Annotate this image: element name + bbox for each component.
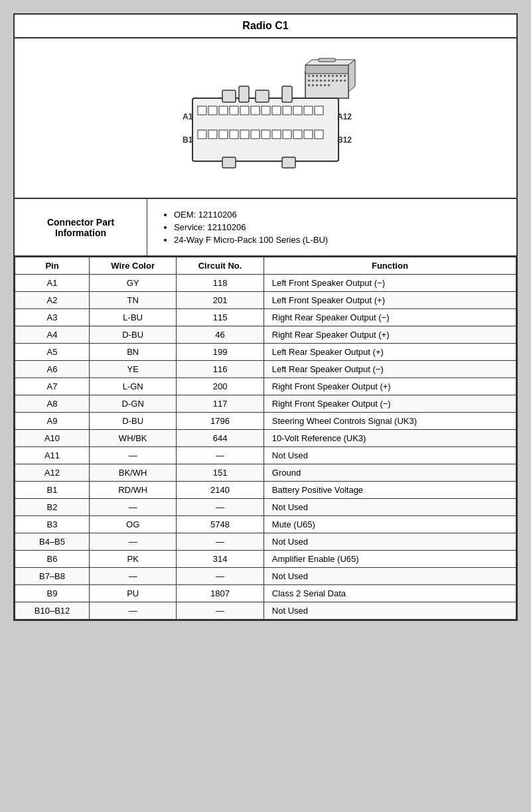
svg-rect-12 (340, 75, 342, 77)
connector-diagram: A1 A12 B1 B12 (159, 52, 372, 184)
cell-function: Right Front Speaker Output (+) (264, 378, 516, 395)
svg-text:A1: A1 (183, 112, 193, 121)
svg-rect-43 (208, 106, 217, 115)
cell-function: 10-Volt Reference (UK3) (264, 430, 516, 447)
svg-rect-1 (305, 65, 348, 74)
table-row: B3OG5748Mute (U65) (15, 516, 516, 533)
table-row: B2——Not Used (15, 499, 516, 516)
svg-rect-42 (198, 106, 206, 115)
svg-rect-19 (328, 80, 330, 82)
cell-circuit-no: 2140 (177, 482, 264, 499)
cell-pin: B9 (15, 585, 90, 602)
svg-rect-53 (315, 106, 323, 115)
cell-pin: A8 (15, 395, 90, 413)
title-text: Radio C1 (242, 20, 288, 31)
svg-rect-58 (240, 130, 249, 139)
cell-wire-color: — (90, 568, 177, 585)
table-row: B7–B8——Not Used (15, 568, 516, 585)
cell-circuit-no: 116 (177, 361, 264, 378)
cell-pin: B6 (15, 551, 90, 568)
svg-rect-0 (305, 72, 348, 98)
cell-circuit-no: — (177, 568, 264, 585)
svg-rect-16 (316, 80, 318, 82)
cell-function: Ground (264, 464, 516, 482)
cell-function: Steering Wheel Controls Signal (UK3) (264, 413, 516, 430)
cell-pin: B4–B5 (15, 533, 90, 551)
cell-pin: A10 (15, 430, 90, 447)
svg-rect-7 (320, 75, 322, 77)
svg-rect-27 (320, 84, 322, 86)
cell-function: Mute (U65) (264, 516, 516, 533)
svg-rect-25 (312, 84, 314, 86)
cell-function: Not Used (264, 499, 516, 516)
cell-pin: A5 (15, 344, 90, 361)
cell-function: Not Used (264, 568, 516, 585)
col-header-function: Function (264, 257, 516, 275)
table-row: A1GY118Left Front Speaker Output (−) (15, 275, 516, 292)
oem-detail-2: Service: 12110206 (174, 222, 503, 232)
cell-circuit-no: — (177, 499, 264, 516)
cell-pin: A2 (15, 292, 90, 309)
table-row: B1RD/WH2140Battery Positive Voltage (15, 482, 516, 499)
table-row: A10WH/BK64410-Volt Reference (UK3) (15, 430, 516, 447)
table-row: A6YE116Left Rear Speaker Output (−) (15, 361, 516, 378)
cell-wire-color: TN (90, 292, 177, 309)
cell-wire-color: — (90, 447, 177, 464)
svg-rect-18 (324, 80, 326, 82)
svg-text:A12: A12 (337, 112, 352, 121)
svg-rect-6 (316, 75, 318, 77)
cell-function: Not Used (264, 533, 516, 551)
col-header-pin: Pin (15, 257, 90, 275)
connector-info-section: Connector Part Information OEM: 12110206… (15, 199, 516, 257)
svg-rect-5 (312, 75, 314, 77)
cell-circuit-no: 201 (177, 292, 264, 309)
svg-rect-61 (272, 130, 281, 139)
svg-rect-14 (308, 80, 310, 82)
table-row: A12BK/WH151Ground (15, 464, 516, 482)
oem-detail-3: 24-Way F Micro-Pack 100 Series (L-BU) (174, 235, 503, 245)
svg-rect-49 (272, 106, 281, 115)
cell-circuit-no: 644 (177, 430, 264, 447)
cell-function: Right Front Speaker Output (−) (264, 395, 516, 413)
svg-rect-44 (219, 106, 228, 115)
svg-rect-23 (344, 80, 346, 82)
connector-details: OEM: 12110206 Service: 12110206 24-Way F… (147, 199, 516, 255)
cell-circuit-no: 314 (177, 551, 264, 568)
table-row: A7L-GN200Right Front Speaker Output (+) (15, 378, 516, 395)
svg-rect-51 (293, 106, 302, 115)
cell-wire-color: D-BU (90, 326, 177, 344)
cell-wire-color: YE (90, 361, 177, 378)
cell-pin: B2 (15, 499, 90, 516)
diagram-section: A1 A12 B1 B12 (15, 38, 516, 199)
cell-pin: B1 (15, 482, 90, 499)
svg-rect-32 (222, 90, 236, 102)
cell-circuit-no: 199 (177, 344, 264, 361)
cell-pin: A1 (15, 275, 90, 292)
svg-rect-29 (328, 84, 330, 86)
svg-text:B12: B12 (337, 135, 352, 145)
svg-rect-22 (340, 80, 342, 82)
svg-rect-13 (344, 75, 346, 77)
cell-wire-color: L-BU (90, 309, 177, 326)
col-header-circuit-no: Circuit No. (177, 257, 264, 275)
cell-circuit-no: 1807 (177, 585, 264, 602)
table-row: A2TN201Left Front Speaker Output (+) (15, 292, 516, 309)
cell-wire-color: L-GN (90, 378, 177, 395)
cell-wire-color: PK (90, 551, 177, 568)
cell-pin: A4 (15, 326, 90, 344)
cell-pin: A12 (15, 464, 90, 482)
cell-function: Left Front Speaker Output (−) (264, 275, 516, 292)
cell-function: Not Used (264, 447, 516, 464)
cell-wire-color: — (90, 499, 177, 516)
svg-rect-21 (336, 80, 338, 82)
cell-wire-color: BN (90, 344, 177, 361)
cell-function: Left Rear Speaker Output (−) (264, 361, 516, 378)
svg-rect-64 (304, 130, 313, 139)
cell-circuit-no: 1796 (177, 413, 264, 430)
cell-circuit-no: 5748 (177, 516, 264, 533)
svg-rect-35 (282, 86, 292, 102)
svg-rect-47 (251, 106, 260, 115)
svg-rect-45 (230, 106, 238, 115)
cell-circuit-no: — (177, 447, 264, 464)
svg-rect-24 (308, 84, 310, 86)
